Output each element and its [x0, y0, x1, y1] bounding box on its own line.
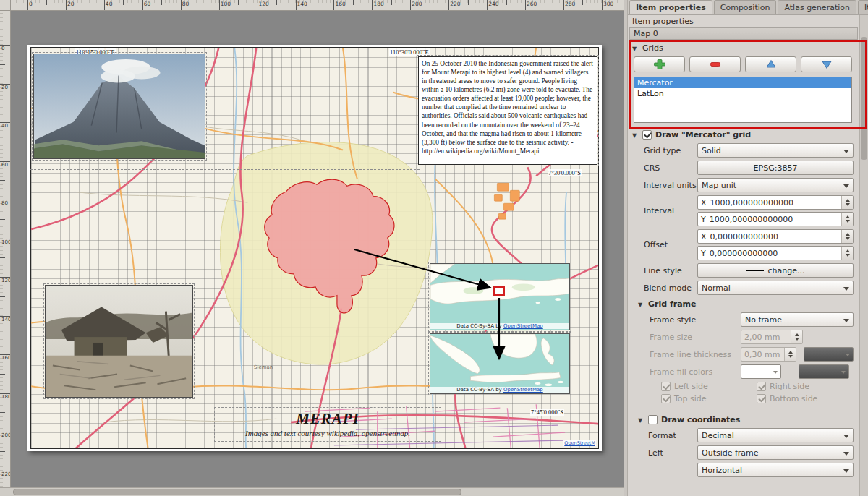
ruler-tick	[66, 0, 67, 11]
map-title-item[interactable]: MERAPI Images and text courtesy wikipedi…	[216, 409, 440, 440]
draw-coordinates-checkbox[interactable]	[648, 415, 658, 424]
move-grid-down-button[interactable]	[801, 56, 852, 72]
grid-frame-header[interactable]: Grid frame	[638, 298, 854, 309]
composition-page[interactable]: 110°15'0.000"E 110°30'0.000"E 7°30'0.000…	[27, 45, 602, 451]
photo-volcano[interactable]	[33, 54, 205, 159]
tab-items[interactable]: Items	[858, 0, 868, 14]
checkbox-top-side: Top side	[661, 394, 757, 403]
tab-item-properties[interactable]: Item properties	[629, 0, 712, 14]
blend-mode-label: Blend mode	[644, 283, 697, 293]
plus-icon	[654, 59, 665, 70]
osm-attribution-link[interactable]: OpenStreetM	[563, 440, 596, 446]
item-guide-line	[30, 169, 420, 170]
frame-thickness-value: 0,30 mm	[744, 350, 780, 359]
ruler-tick	[487, 0, 488, 11]
checkbox-label: Top side	[674, 394, 707, 403]
interval-x-value: 1000,000000000000	[710, 198, 793, 208]
checkbox-right-side: Right side	[757, 382, 854, 391]
scrollbar-thumb[interactable]	[13, 489, 461, 495]
offset-x-spinbox[interactable]: X0,000000000000	[697, 229, 854, 244]
ruler-label: 40	[106, 1, 113, 7]
ruler-label: 60	[144, 1, 151, 7]
interval-x-spinbox[interactable]: X1000,000000000000	[697, 195, 854, 210]
ruler-label: 180	[1, 394, 11, 400]
ruler-label: 180	[373, 1, 383, 7]
spin-arrows[interactable]	[841, 213, 853, 226]
grid-coordinate-label: 7°30'0.000"S	[548, 169, 582, 176]
ruler-label: 200	[1, 432, 11, 438]
add-grid-button[interactable]	[634, 56, 685, 72]
frame-style-value: No frame	[745, 315, 782, 325]
composer-canvas[interactable]: 0204060801001201401601802002202402602803…	[0, 0, 624, 496]
grid-list-item-mercator[interactable]: Mercator	[634, 77, 851, 88]
offset-y-spinbox[interactable]: Y0,000000000000	[697, 246, 854, 260]
interval-y-value: 1000,000000000000	[710, 215, 793, 224]
ruler-label: 80	[1, 200, 8, 206]
crs-value: EPSG:3857	[754, 163, 798, 173]
ruler-label: 260	[527, 1, 537, 7]
collapse-triangle-icon	[632, 43, 639, 53]
place-label: Sleman	[254, 364, 273, 370]
coordinate-format-select[interactable]: Decimal	[697, 428, 854, 442]
offset-label: Offset	[644, 240, 697, 249]
tab-composition[interactable]: Composition	[714, 0, 777, 14]
spin-arrows[interactable]	[841, 247, 853, 260]
offset-x-prefix: X	[701, 232, 707, 241]
ruler-tick	[0, 103, 5, 103]
panel-tabs: Item propertiesCompositionAtlas generati…	[628, 0, 868, 15]
interval-x-prefix: X	[701, 198, 707, 208]
checkbox-box	[661, 394, 671, 403]
ruler-label: 220	[1, 471, 11, 477]
frame-thickness-spinbox: 0,30 mm	[741, 347, 796, 362]
ruler-tick	[0, 142, 5, 142]
ruler-tick	[525, 0, 526, 11]
spin-arrows[interactable]	[841, 230, 853, 243]
inset-credit: Data CC-By-SA by OpenStreetMap	[430, 323, 569, 329]
ruler-tick	[142, 0, 143, 11]
grid-type-select[interactable]: Solid	[697, 143, 854, 158]
ruler-tick	[181, 0, 182, 11]
ruler-vertical: 020406080100120140160180200220	[0, 11, 11, 487]
crs-button[interactable]: EPSG:3857	[697, 161, 854, 175]
horizontal-scrollbar[interactable]	[0, 487, 624, 496]
draw-grid-header[interactable]: Draw "Mercator" grid	[632, 129, 854, 140]
overview-map-inset-2[interactable]: Data CC-By-SA by OpenStreetMap	[430, 333, 570, 394]
ruler-tick	[258, 0, 258, 11]
overview-map-inset-1[interactable]: Data CC-By-SA by OpenStreetMap	[430, 263, 570, 330]
move-grid-up-button[interactable]	[745, 56, 796, 72]
checkbox-left-side: Left side	[661, 382, 757, 391]
grid-list[interactable]: MercatorLatLon	[634, 77, 852, 123]
tab-atlas-generation[interactable]: Atlas generation	[778, 0, 856, 14]
blend-mode-value: Normal	[702, 283, 731, 293]
draw-coordinates-header[interactable]: Draw coordinates	[638, 414, 854, 425]
panel-scrollbar[interactable]	[859, 15, 868, 496]
map-item-header[interactable]: Map 0	[629, 27, 858, 40]
grid-list-item-latlon[interactable]: LatLon	[634, 88, 851, 99]
article-text-item[interactable]: On 25 October 2010 the Indonesian govern…	[418, 56, 597, 165]
interval-units-select[interactable]: Map unit	[697, 178, 854, 192]
frame-style-select[interactable]: No frame	[741, 312, 854, 327]
openstreetmap-link[interactable]: OpenStreetMap	[503, 387, 543, 393]
ruler-label: 100	[1, 239, 11, 245]
draw-grid-checkbox[interactable]	[642, 130, 652, 140]
ruler-tick	[448, 0, 449, 11]
grids-section-header[interactable]: Grids	[632, 42, 854, 54]
line-style-button[interactable]: change...	[697, 263, 854, 278]
remove-grid-button[interactable]	[689, 56, 741, 72]
frame-fill-color-2-button	[799, 364, 849, 379]
spin-arrows[interactable]	[841, 196, 853, 209]
map-subtitle: Images and text courtesy wikipedia, open…	[216, 429, 440, 437]
interval-y-prefix: Y	[701, 215, 706, 224]
scrollbar-thumb[interactable]	[861, 37, 867, 160]
photo-destroyed-house[interactable]	[45, 285, 193, 398]
left-orientation-select[interactable]: Horizontal	[697, 463, 854, 477]
interval-units-label: Interval units	[644, 181, 697, 190]
openstreetmap-link[interactable]: OpenStreetMap	[503, 323, 543, 329]
ruler-label: 80	[182, 1, 190, 7]
blend-mode-select[interactable]: Normal	[697, 281, 854, 295]
line-style-label: Line style	[644, 266, 697, 275]
ruler-tick	[353, 0, 354, 5]
left-position-select[interactable]: Outside frame	[697, 445, 854, 460]
interval-y-spinbox[interactable]: Y1000,000000000000	[697, 212, 854, 226]
grid-coordinate-label: 110°30'0.000"E	[389, 48, 430, 56]
